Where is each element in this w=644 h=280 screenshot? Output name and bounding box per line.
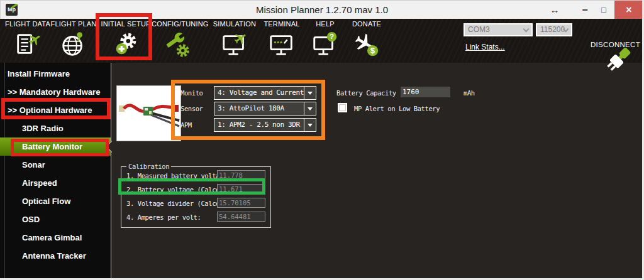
baud-rate-value: 115200: [540, 25, 565, 34]
dropdown-arrow-icon[interactable]: [304, 87, 316, 99]
title-bar: Mp Mission Planner 1.2.70 mav 1.0 ↔ − □ …: [0, 0, 644, 19]
simulation-icon: [220, 30, 249, 59]
baud-rate-select[interactable]: 115200: [536, 23, 572, 36]
apm-label: APM: [180, 121, 192, 129]
flight-data-icon: [13, 30, 42, 59]
tab-initial-setup[interactable]: INITIAL SETUP: [99, 20, 153, 62]
link-stats-link[interactable]: Link Stats...: [465, 43, 505, 51]
minimize-button[interactable]: −: [575, 1, 594, 19]
battery-capacity-unit: mAh: [464, 89, 475, 97]
sidebar-item-battery-monitor[interactable]: Battery Monitor: [0, 137, 111, 156]
sidebar-item-3dr-radio[interactable]: 3DR Radio: [0, 119, 111, 137]
battery-module-image: [116, 85, 181, 141]
sidebar-item-install-firmware[interactable]: Install Firmware: [0, 65, 111, 83]
main-toolbar: FLIGHT DATA FLIGHT PLAN INITIAL SETUP: [0, 19, 644, 63]
dropdown-arrow-icon[interactable]: [304, 119, 316, 131]
tab-initial-setup-label: INITIAL SETUP: [99, 20, 153, 28]
content-area: Install Firmware >> Mandatory Hardware >…: [0, 63, 644, 280]
maximize-button[interactable]: □: [594, 1, 613, 19]
chevron-down-icon: [523, 26, 530, 33]
monitor-value: 4: Voltage and Current: [218, 89, 304, 97]
tab-simulation-label: SIMULATION: [208, 20, 262, 28]
svg-text:$: $: [370, 46, 375, 55]
tab-donate[interactable]: DONATE $: [340, 20, 394, 62]
donate-icon: $: [352, 30, 381, 59]
calib-row1-label: 1. Measured battery voltage:: [126, 172, 231, 180]
calibration-title: Calibration: [126, 163, 171, 170]
apm-select[interactable]: 1: APM2 - 2.5 non 3DR: [214, 118, 316, 132]
help-icon: ?: [311, 30, 340, 59]
com-port-value: COM3: [468, 25, 490, 34]
sidebar-item-mandatory-hardware[interactable]: >> Mandatory Hardware: [0, 83, 111, 101]
flight-plan-icon: [59, 30, 88, 59]
mp-alert-label: MP Alert on Low Battery: [354, 105, 440, 112]
mp-alert-checkbox[interactable]: [338, 103, 347, 112]
initial-setup-icon: [111, 30, 140, 59]
sensor-value: 3: AttoPilot 180A: [218, 104, 284, 112]
calib-row3-label: 3. Voltage divider (Calced):: [126, 200, 231, 207]
monitor-select[interactable]: 4: Voltage and Current: [214, 86, 316, 100]
calib-row3-value[interactable]: 15.70105: [217, 198, 265, 208]
sidebar-item-optical-flow[interactable]: Optical Flow: [0, 192, 111, 210]
sidebar-item-airspeed[interactable]: Airspeed: [0, 174, 111, 192]
sidebar-item-camera-gimbal[interactable]: Camera Gimbal: [0, 229, 111, 247]
calib-row1-value[interactable]: 11.778: [217, 170, 265, 180]
calib-row2-label: 2. Battery voltage (Calced):: [126, 186, 231, 193]
tab-flight-plan-label: FLIGHT PLAN: [47, 20, 101, 28]
tab-config-tuning[interactable]: CONFIG/TUNING: [152, 20, 206, 62]
close-button[interactable]: ×: [614, 1, 643, 19]
tab-simulation[interactable]: SIMULATION: [208, 20, 262, 62]
mission-planner-window: Mp Mission Planner 1.2.70 mav 1.0 ↔ − □ …: [0, 0, 644, 280]
com-port-select[interactable]: COM3: [464, 23, 533, 36]
battery-capacity-label: Battery Capacity: [336, 89, 396, 97]
sidebar-item-sonar[interactable]: Sonar: [0, 156, 111, 174]
sidebar-item-osd[interactable]: OSD: [0, 210, 111, 229]
sidebar: Install Firmware >> Mandatory Hardware >…: [0, 63, 111, 280]
calibration-groupbox: Calibration 1. Measured battery voltage:…: [121, 166, 271, 228]
monitor-label: Monito: [180, 89, 203, 97]
calib-row4-value[interactable]: 54.64481: [217, 212, 265, 222]
tab-flight-plan[interactable]: FLIGHT PLAN: [47, 20, 101, 62]
sensor-label: Sensor: [180, 105, 203, 112]
tab-donate-label: DONATE: [340, 20, 394, 28]
calib-row4-label: 4. Amperes per volt:: [126, 213, 201, 221]
calib-row2-value[interactable]: 11.671: [217, 184, 265, 194]
sensor-select[interactable]: 3: AttoPilot 180A: [214, 102, 316, 116]
svg-text:?: ?: [330, 33, 334, 40]
sidebar-item-optional-hardware[interactable]: >> Optional Hardware: [0, 101, 111, 119]
battery-capacity-input[interactable]: [401, 87, 450, 97]
tab-config-tuning-label: CONFIG/TUNING: [152, 20, 206, 28]
config-tuning-icon: [164, 30, 193, 59]
apm-value: 1: APM2 - 2.5 non 3DR: [218, 121, 300, 129]
sidebar-item-antenna-tracker[interactable]: Antenna Tracker: [0, 247, 111, 265]
dropdown-arrow-icon[interactable]: [304, 102, 316, 115]
resize-arrows-icon[interactable]: ↔: [545, 1, 564, 19]
terminal-icon: [267, 30, 296, 59]
